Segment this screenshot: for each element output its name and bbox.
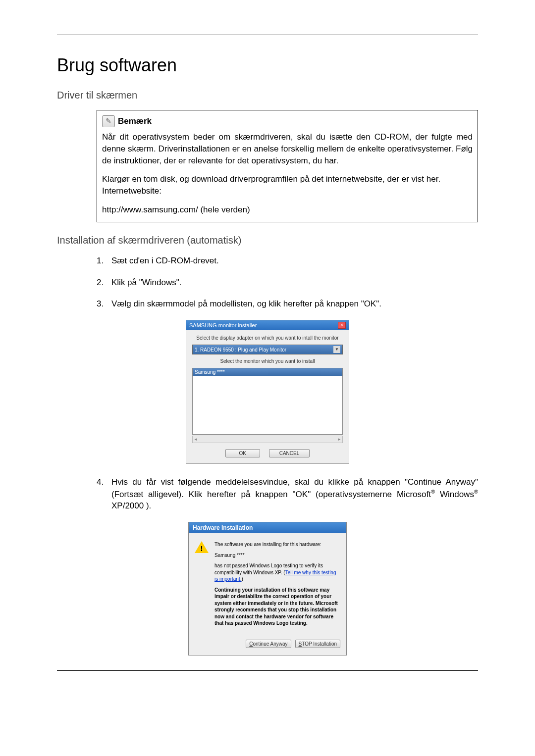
steps-list: 1. Sæt cd'en i CD-ROM-drevet. 2. Klik på… (97, 255, 478, 310)
cancel-button[interactable]: CANCEL (269, 449, 310, 457)
note-box: ✎ Bemærk Når dit operativsystem beder om… (97, 110, 478, 222)
section-heading-1: Driver til skærmen (57, 90, 478, 101)
step-text: Vælg din skærmmodel på modellisten, og k… (111, 298, 478, 310)
stop-installation-button[interactable]: STOP Installation (295, 640, 340, 648)
note-paragraph-2: Klargør en tom disk, og download driverp… (102, 173, 473, 185)
top-divider (57, 35, 478, 35)
warning-text-bold: Continuing your installation of this sof… (214, 587, 340, 627)
step-number: 3. (97, 298, 111, 310)
bottom-divider (57, 670, 478, 671)
dropdown-value: 1. RADEON 9550 : Plug and Play Monitor (195, 347, 286, 353)
dialog-title: SAMSUNG monitor installer (189, 322, 257, 328)
note-label: Bemærk (118, 115, 152, 127)
chevron-down-icon: ▼ (333, 346, 340, 353)
dialog-title: Hardware Installation (189, 522, 346, 533)
warning-text-1: The software you are installing for this… (214, 541, 340, 548)
step-text: Hvis du får vist følgende meddelelsesvin… (111, 476, 478, 512)
continue-anyway-button[interactable]: Continue Anyway (246, 640, 291, 648)
warning-icon: ! (195, 541, 209, 555)
warning-device-name: Samsung **** (214, 552, 340, 559)
scroll-left-icon: ◄ (194, 437, 198, 442)
dialog-instruction-1: Select the display adapter on which you … (192, 335, 343, 341)
dialog-titlebar: SAMSUNG monitor installer × (186, 320, 349, 330)
step-4: 4. Hvis du får vist følgende meddelelses… (97, 476, 478, 512)
step-number: 1. (97, 255, 111, 267)
website-url: http://www.samsung.com/ (hele verden) (102, 204, 473, 216)
listbox-selected-item[interactable]: Samsung **** (193, 368, 342, 376)
step-text: Klik på "Windows". (111, 277, 478, 289)
adapter-dropdown[interactable]: 1. RADEON 9550 : Plug and Play Monitor ▼ (192, 345, 343, 354)
step-3: 3. Vælg din skærmmodel på modellisten, o… (97, 298, 478, 310)
website-label: Internetwebsite: (102, 185, 473, 197)
note-paragraph-1: Når dit operativsystem beder om skærmdri… (102, 131, 473, 166)
section-heading-2: Installation af skærmdriveren (automatis… (57, 235, 478, 246)
page-title: Brug softwaren (57, 55, 478, 76)
horizontal-scrollbar[interactable]: ◄ ► (192, 436, 343, 443)
step-number: 4. (97, 476, 111, 512)
warning-text-2: has not passed Windows Logo testing to v… (214, 562, 340, 583)
hardware-installation-dialog: Hardware Installation ! The software you… (188, 522, 347, 655)
steps-list-continued: 4. Hvis du får vist følgende meddelelses… (97, 476, 478, 512)
step-1: 1. Sæt cd'en i CD-ROM-drevet. (97, 255, 478, 267)
installer-dialog: SAMSUNG monitor installer × Select the d… (186, 320, 349, 464)
step-text: Sæt cd'en i CD-ROM-drevet. (111, 255, 478, 267)
step-2: 2. Klik på "Windows". (97, 277, 478, 289)
step-number: 2. (97, 277, 111, 289)
ok-button[interactable]: OK (225, 449, 260, 457)
monitor-listbox[interactable]: Samsung **** (192, 368, 343, 435)
dialog-instruction-2: Select the monitor which you want to ins… (192, 358, 343, 364)
scroll-right-icon: ► (337, 437, 341, 442)
close-button[interactable]: × (338, 322, 346, 329)
note-icon: ✎ (102, 115, 115, 127)
